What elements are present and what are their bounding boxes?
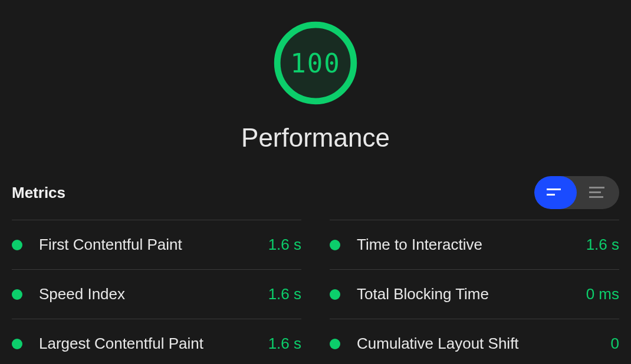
metric-value: 0 ms xyxy=(586,285,619,303)
score-value: 100 xyxy=(290,48,340,78)
metric-value: 1.6 s xyxy=(268,236,301,254)
metrics-header: Metrics xyxy=(12,176,619,209)
score-gauge: 100 xyxy=(273,21,358,105)
svg-rect-3 xyxy=(547,194,555,196)
metric-row[interactable]: Time to Interactive 1.6 s xyxy=(330,220,619,269)
metric-value: 1.6 s xyxy=(586,236,619,254)
metric-row[interactable]: First Contentful Paint 1.6 s xyxy=(12,220,301,269)
category-title: Performance xyxy=(12,123,619,153)
status-dot-icon xyxy=(12,240,22,250)
metric-value: 0 xyxy=(611,335,619,353)
metric-row[interactable]: Largest Contentful Paint 1.6 s xyxy=(12,319,301,364)
view-toggle-group xyxy=(534,176,619,209)
metric-value: 1.6 s xyxy=(268,335,301,353)
status-dot-icon xyxy=(330,240,340,250)
metrics-column-left: First Contentful Paint 1.6 s Speed Index… xyxy=(12,220,301,364)
metric-label: Time to Interactive xyxy=(357,236,586,254)
performance-score-section: 100 Performance xyxy=(12,21,619,153)
view-toggle-expanded[interactable] xyxy=(577,176,619,209)
metric-label: Cumulative Layout Shift xyxy=(357,335,611,353)
metrics-column-right: Time to Interactive 1.6 s Total Blocking… xyxy=(330,220,619,364)
status-dot-icon xyxy=(330,289,340,300)
svg-rect-4 xyxy=(589,187,604,188)
svg-rect-5 xyxy=(589,191,601,193)
svg-rect-2 xyxy=(547,188,561,190)
metrics-heading: Metrics xyxy=(12,184,65,202)
lines-long-icon xyxy=(589,186,607,200)
metric-label: Speed Index xyxy=(39,285,268,303)
metric-label: Largest Contentful Paint xyxy=(39,335,268,353)
metric-label: First Contentful Paint xyxy=(39,236,268,254)
status-dot-icon xyxy=(12,339,22,349)
metric-row[interactable]: Cumulative Layout Shift 0 xyxy=(330,319,619,364)
metric-row[interactable]: Total Blocking Time 0 ms xyxy=(330,269,619,319)
metrics-grid: First Contentful Paint 1.6 s Speed Index… xyxy=(12,220,619,364)
svg-rect-6 xyxy=(589,196,603,198)
status-dot-icon xyxy=(330,339,340,349)
status-dot-icon xyxy=(12,289,22,300)
lines-short-icon xyxy=(547,187,564,198)
metric-label: Total Blocking Time xyxy=(357,285,586,303)
metric-row[interactable]: Speed Index 1.6 s xyxy=(12,269,301,319)
metric-value: 1.6 s xyxy=(268,285,301,303)
view-toggle-collapsed[interactable] xyxy=(534,176,577,209)
